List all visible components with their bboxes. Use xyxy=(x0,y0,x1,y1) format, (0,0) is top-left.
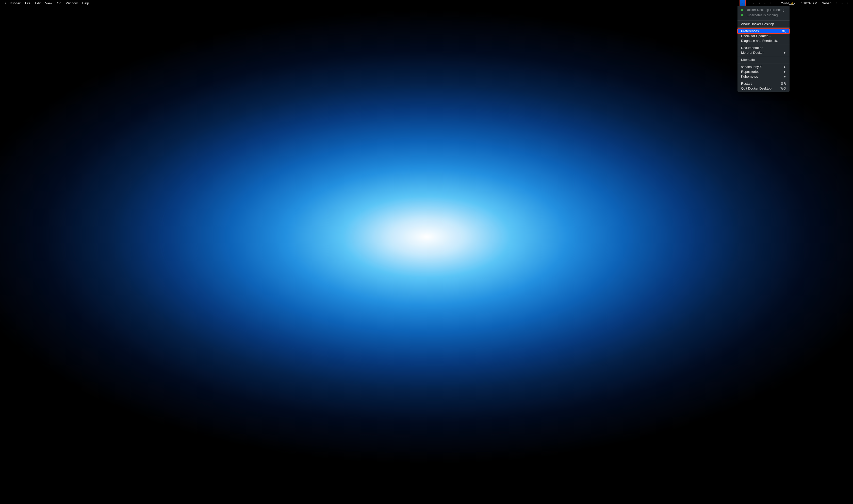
docker-whale-icon xyxy=(742,1,743,5)
menu-view[interactable]: View xyxy=(43,0,55,6)
timemachine-icon[interactable] xyxy=(762,0,768,6)
volume-icon[interactable] xyxy=(773,0,779,6)
menu-kubernetes[interactable]: Kubernetes ▶ xyxy=(737,74,789,79)
wifi-icon[interactable] xyxy=(768,0,773,6)
siri-icon xyxy=(841,1,842,5)
submenu-arrow-icon: ▶ xyxy=(784,66,786,68)
menu-file[interactable]: File xyxy=(23,0,33,6)
docker-dropdown-menu: Docker Desktop is running Kubernetes is … xyxy=(737,6,789,92)
menu-shortcut: ⌘, xyxy=(782,29,786,33)
tray-app-icon[interactable] xyxy=(745,0,751,6)
docker-tray-icon[interactable] xyxy=(740,0,745,6)
svg-rect-1 xyxy=(742,3,743,3)
menu-quit[interactable]: Quit Docker Desktop ⌘Q xyxy=(737,86,789,91)
submenu-arrow-icon: ▶ xyxy=(784,51,786,54)
menu-item-label: Documentation xyxy=(741,46,763,50)
submenu-arrow-icon: ▶ xyxy=(784,75,786,78)
menu-help[interactable]: Help xyxy=(80,0,91,6)
speaker-icon xyxy=(776,1,777,5)
menu-separator xyxy=(737,56,789,56)
submenu-arrow-icon: ▶ xyxy=(784,70,786,73)
menu-item-label: sebansunny92 xyxy=(741,65,763,69)
menu-edit[interactable]: Edit xyxy=(33,0,43,6)
docker-status-text: Docker Desktop is running xyxy=(746,8,784,12)
menu-item-label: Preferences... xyxy=(741,29,762,33)
menu-diagnose[interactable]: Diagnose and Feedback... xyxy=(737,38,789,43)
desktop-wallpaper xyxy=(0,0,853,504)
menu-window[interactable]: Window xyxy=(64,0,80,6)
siri-icon[interactable] xyxy=(839,0,845,6)
menu-shortcut: ⌘Q xyxy=(780,87,786,90)
status-dot-green xyxy=(741,14,743,16)
menu-shortcut: ⌘R xyxy=(780,82,786,86)
svg-rect-2 xyxy=(743,3,743,3)
menu-check-updates[interactable]: Check for Updates... xyxy=(737,34,789,38)
menu-item-label: Check for Updates... xyxy=(741,34,771,38)
menu-item-label: Diagnose and Feedback... xyxy=(741,39,780,42)
menu-repositories[interactable]: Repositories ▶ xyxy=(737,69,789,74)
clock[interactable]: Fri 10:37 AM xyxy=(796,0,820,6)
menu-item-label: Kitematic xyxy=(741,58,754,61)
svg-rect-3 xyxy=(742,3,743,3)
list-icon xyxy=(847,1,848,4)
menu-separator xyxy=(737,80,789,80)
spotlight-icon[interactable] xyxy=(834,0,839,6)
menu-documentation[interactable]: Documentation xyxy=(737,46,789,50)
airplay-icon xyxy=(759,1,760,5)
menu-item-label: Quit Docker Desktop xyxy=(741,87,771,90)
notification-center-icon[interactable] xyxy=(845,0,851,6)
tray-attachment-icon[interactable] xyxy=(751,0,756,6)
apple-menu[interactable] xyxy=(2,0,8,6)
svg-rect-5 xyxy=(759,3,760,3)
status-dot-green xyxy=(741,9,743,11)
battery-icon: ⚡ xyxy=(788,2,794,4)
menu-item-label: More of Docker xyxy=(741,51,764,55)
menu-item-label: Kubernetes xyxy=(741,75,758,78)
paperclip-icon xyxy=(753,1,754,5)
menu-separator xyxy=(737,63,789,64)
menu-restart[interactable]: Restart ⌘R xyxy=(737,81,789,86)
svg-rect-4 xyxy=(743,3,743,3)
app-name-menu[interactable]: Finder xyxy=(8,0,23,6)
menu-about-docker[interactable]: About Docker Desktop xyxy=(737,21,789,26)
svg-point-8 xyxy=(836,3,837,3)
menu-item-label: Restart xyxy=(741,82,752,86)
bell-icon xyxy=(748,1,749,5)
wifi-icon xyxy=(770,1,771,4)
battery-status[interactable]: 24% ⚡ xyxy=(779,0,796,6)
menu-item-label: Repositories xyxy=(741,70,759,74)
battery-percent: 24% xyxy=(781,1,788,5)
kubernetes-status-text: Kubernetes is running xyxy=(746,13,778,17)
menu-account[interactable]: sebansunny92 ▶ xyxy=(737,65,789,69)
docker-status-row: Docker Desktop is running xyxy=(737,7,789,13)
menu-preferences[interactable]: Preferences... ⌘, xyxy=(737,29,789,34)
apple-icon xyxy=(5,1,6,5)
menu-kitematic[interactable]: Kitematic xyxy=(737,57,789,62)
menubar: Finder File Edit View Go Window Help xyxy=(0,0,853,6)
menu-more-docker[interactable]: More of Docker ▶ xyxy=(737,50,789,55)
menu-separator xyxy=(737,44,789,44)
search-icon xyxy=(836,1,837,5)
airplay-icon[interactable] xyxy=(756,0,762,6)
kubernetes-status-row: Kubernetes is running xyxy=(737,13,789,18)
user-menu[interactable]: Seban xyxy=(819,0,834,6)
menu-go[interactable]: Go xyxy=(55,0,64,6)
menu-item-label: About Docker Desktop xyxy=(741,22,774,26)
clock-arrow-icon xyxy=(764,1,765,5)
